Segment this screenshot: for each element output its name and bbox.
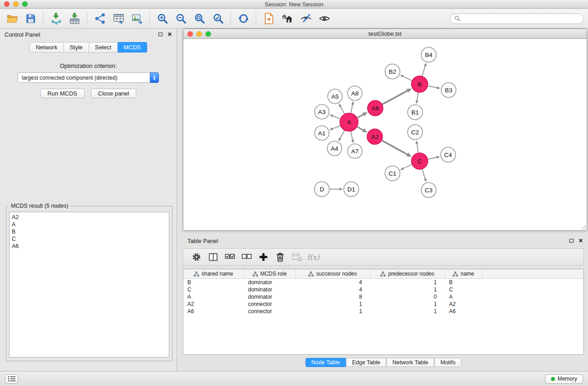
float-panel-icon[interactable]: [158, 33, 163, 36]
resize-grip[interactable]: [581, 224, 586, 230]
column-header-successor-nodes[interactable]: successor nodes: [296, 269, 370, 278]
select-all-icon: [225, 252, 235, 262]
home-button[interactable]: [278, 10, 296, 27]
import-network-button[interactable]: [47, 10, 65, 27]
function-builder-button[interactable]: f(x): [305, 253, 319, 262]
graph-edge-A-A5[interactable]: [340, 106, 344, 114]
zoom-out-button[interactable]: [172, 10, 190, 27]
graph-edge-A-A4[interactable]: [340, 130, 344, 138]
graph-edge-A-A1[interactable]: [333, 126, 340, 129]
table-row[interactable]: Adominator80A: [183, 293, 583, 300]
graph-edge-B-B4[interactable]: [422, 66, 425, 76]
column-header-label: shared name: [201, 271, 233, 277]
graph-edge-arrowhead: [351, 101, 354, 105]
graph-edge-C-C3[interactable]: [422, 169, 425, 179]
minimize-window-button[interactable]: [13, 1, 19, 7]
task-history-button[interactable]: [5, 374, 18, 384]
zoom-window-button[interactable]: [22, 1, 28, 7]
float-table-panel-icon[interactable]: [569, 239, 574, 243]
column-header-name[interactable]: name: [445, 269, 483, 278]
zoom-selected-button[interactable]: [209, 10, 227, 27]
mcds-result-item[interactable]: A6: [12, 243, 167, 250]
mcds-result-item[interactable]: A2: [12, 214, 167, 221]
open-file-button[interactable]: [3, 10, 21, 27]
graph-edge-A6-B[interactable]: [382, 91, 407, 105]
tab-node-table[interactable]: Node Table: [306, 358, 346, 367]
graph-edge-B-B3[interactable]: [428, 86, 437, 88]
network-canvas-container[interactable]: B4B2BB3A8A5A6A3B1AA1C2A2A4A7C4CC1C3DD1: [183, 39, 587, 230]
tab-mcds[interactable]: MCDS: [118, 42, 147, 52]
network-canvas[interactable]: B4B2BB3A8A5A6A3B1AA1C2A2A4A7C4CC1C3DD1: [183, 39, 587, 230]
tab-network-table[interactable]: Network Table: [387, 358, 434, 367]
tab-edge-table[interactable]: Edge Table: [346, 358, 386, 367]
column-header-predecessor-nodes[interactable]: predecessor nodes: [370, 269, 445, 278]
graph-edge-arrowhead: [330, 114, 333, 117]
open-session-button[interactable]: [259, 10, 278, 27]
graph-edge-A-A7[interactable]: [351, 132, 353, 140]
delete-table-button[interactable]: [288, 250, 305, 264]
zoom-fit-button[interactable]: [190, 10, 209, 27]
table-row[interactable]: A6connector11A6: [183, 308, 583, 315]
zoom-in-button[interactable]: [153, 10, 172, 27]
graph-edge-B-B1[interactable]: [417, 93, 418, 101]
hide-selected-button[interactable]: [296, 10, 315, 27]
search-input[interactable]: [463, 14, 583, 24]
close-panel-icon[interactable]: ✕: [167, 32, 172, 37]
graph-edge-A-A2[interactable]: [357, 127, 363, 130]
search-icon: [454, 15, 460, 23]
tab-network[interactable]: Network: [29, 42, 64, 52]
table-row[interactable]: Bdominator41B: [183, 279, 583, 286]
graph-edge-A-A3[interactable]: [333, 116, 340, 119]
table-row[interactable]: A2connector11A2: [183, 300, 583, 308]
plus-icon: [259, 253, 268, 262]
search-field[interactable]: [450, 14, 584, 24]
close-network-button[interactable]: [187, 31, 193, 37]
graph-node-label: C4: [444, 152, 452, 158]
create-column-button[interactable]: [255, 250, 272, 264]
delete-column-button[interactable]: [272, 250, 288, 264]
graph-edge-C-C4[interactable]: [428, 157, 437, 159]
mcds-result-item[interactable]: B: [12, 228, 167, 235]
new-table-button[interactable]: [109, 10, 128, 27]
new-network-button[interactable]: [91, 10, 109, 27]
tab-select[interactable]: Select: [89, 42, 118, 52]
table-row[interactable]: Cdominator41C: [183, 286, 583, 293]
tab-motifs[interactable]: Motifs: [435, 358, 461, 367]
graph-node-label: B3: [445, 87, 453, 94]
show-column-button[interactable]: [205, 250, 221, 264]
optimization-criterion-label: Optimization criterion:: [0, 62, 177, 69]
graph-edge-arrowhead: [424, 63, 426, 67]
save-session-button[interactable]: [21, 10, 40, 27]
refresh-button[interactable]: [234, 10, 253, 27]
mcds-result-item[interactable]: A: [12, 221, 167, 228]
table-settings-button[interactable]: [188, 250, 205, 264]
graph-edge-A2-C[interactable]: [382, 141, 407, 155]
tab-style[interactable]: Style: [64, 42, 89, 52]
column-header-MCDS-role[interactable]: MCDS role: [244, 269, 296, 278]
minimize-network-button[interactable]: [196, 31, 202, 37]
zoom-network-button[interactable]: [206, 31, 211, 37]
graph-edge-A-A6[interactable]: [358, 114, 363, 118]
graph-node-label: A5: [331, 93, 339, 100]
show-all-button[interactable]: [315, 10, 334, 27]
table-cell: A2: [445, 301, 483, 307]
memory-button[interactable]: Memory: [545, 374, 583, 384]
graph-edge-C-C1[interactable]: [403, 165, 412, 169]
export-image-button[interactable]: [128, 10, 146, 27]
close-window-button[interactable]: [4, 1, 10, 7]
deselect-all-button[interactable]: [238, 250, 255, 264]
mcds-result-item[interactable]: C: [12, 235, 167, 243]
column-header-shared-name[interactable]: shared name: [183, 269, 244, 278]
graph-edge-B-B2[interactable]: [403, 76, 412, 81]
select-all-button[interactable]: [221, 250, 238, 264]
network-window-titlebar[interactable]: testGlobe.txt: [183, 29, 587, 39]
import-table-button[interactable]: [65, 10, 84, 27]
run-mcds-button[interactable]: Run MCDS: [40, 89, 85, 98]
criterion-dropdown[interactable]: largest connected component (directed): [18, 72, 159, 83]
close-table-panel-icon[interactable]: ✕: [578, 238, 583, 243]
close-panel-button[interactable]: Close panel: [91, 89, 137, 98]
graph-edge-C-C2[interactable]: [417, 144, 418, 153]
mcds-result-list[interactable]: A2ABCA6: [9, 212, 169, 357]
graph-edge-A-A8[interactable]: [351, 105, 353, 113]
graph-edge-arrowhead: [416, 100, 418, 104]
